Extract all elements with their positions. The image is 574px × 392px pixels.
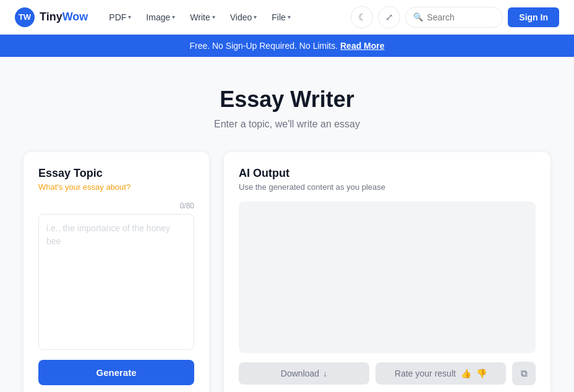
- essay-topic-title: Essay Topic: [38, 167, 194, 180]
- essay-topic-card: Essay Topic What's your essay about? 0/8…: [24, 152, 209, 392]
- ai-output-title: AI Output: [239, 167, 536, 180]
- rate-label: Rate your result: [395, 369, 456, 378]
- output-area: [239, 202, 536, 353]
- chevron-down-icon: ▾: [288, 14, 291, 20]
- ai-output-card: AI Output Use the generated content as y…: [224, 152, 550, 392]
- banner-text: Free. No Sign-Up Required. No Limits.: [189, 41, 338, 51]
- cards-row: Essay Topic What's your essay about? 0/8…: [24, 152, 550, 392]
- nav-image[interactable]: Image ▾: [140, 9, 181, 26]
- chevron-down-icon: ▾: [172, 14, 175, 20]
- chevron-down-icon: ▾: [254, 14, 257, 20]
- dark-mode-toggle[interactable]: ☾: [351, 6, 373, 28]
- main-content: Essay Writer Enter a topic, we'll write …: [9, 57, 565, 392]
- promo-banner: Free. No Sign-Up Required. No Limits. Re…: [0, 35, 574, 57]
- thumbs-up-icon: 👍: [461, 369, 471, 378]
- download-button[interactable]: Download ↓: [239, 362, 369, 385]
- nav-icons: ☾ ⤢ 🔍 Sign In: [351, 6, 559, 28]
- chevron-down-icon: ▾: [212, 14, 215, 20]
- search-box[interactable]: 🔍: [405, 7, 503, 28]
- search-input[interactable]: [427, 12, 495, 22]
- nav-menu: PDF ▾ Image ▾ Write ▾ Video ▾ File ▾: [103, 9, 296, 26]
- output-actions: Download ↓ Rate your result 👍 👎 ⧉: [239, 362, 536, 385]
- banner-link[interactable]: Read More: [340, 41, 385, 51]
- search-icon: 🔍: [413, 12, 423, 22]
- download-label: Download: [281, 369, 319, 378]
- copy-button[interactable]: ⧉: [512, 362, 536, 385]
- chevron-down-icon: ▾: [128, 14, 131, 20]
- essay-topic-input[interactable]: [38, 214, 194, 350]
- signin-button[interactable]: Sign In: [508, 7, 559, 27]
- logo-text: TinyWow: [40, 11, 88, 23]
- char-count: 0/80: [38, 202, 194, 210]
- logo-icon: TW: [15, 7, 35, 27]
- thumbs-down-icon: 👎: [476, 369, 487, 378]
- logo[interactable]: TW TinyWow: [15, 7, 88, 27]
- share-button[interactable]: ⤢: [378, 6, 400, 28]
- nav-write[interactable]: Write ▾: [184, 9, 221, 26]
- generate-button[interactable]: Generate: [38, 360, 194, 385]
- download-icon: ↓: [323, 369, 327, 378]
- nav-pdf[interactable]: PDF ▾: [103, 9, 137, 26]
- copy-icon: ⧉: [521, 368, 528, 379]
- nav-video[interactable]: Video ▾: [224, 9, 263, 26]
- nav-file[interactable]: File ▾: [265, 9, 297, 26]
- page-title: Essay Writer: [24, 87, 550, 113]
- rate-button[interactable]: Rate your result 👍 👎: [375, 362, 506, 385]
- page-subtitle: Enter a topic, we'll write an essay: [24, 119, 550, 130]
- ai-output-subtitle: Use the generated content as you please: [239, 182, 536, 192]
- essay-topic-subtitle: What's your essay about?: [38, 182, 194, 192]
- navbar: TW TinyWow PDF ▾ Image ▾ Write ▾ Video ▾…: [0, 0, 574, 35]
